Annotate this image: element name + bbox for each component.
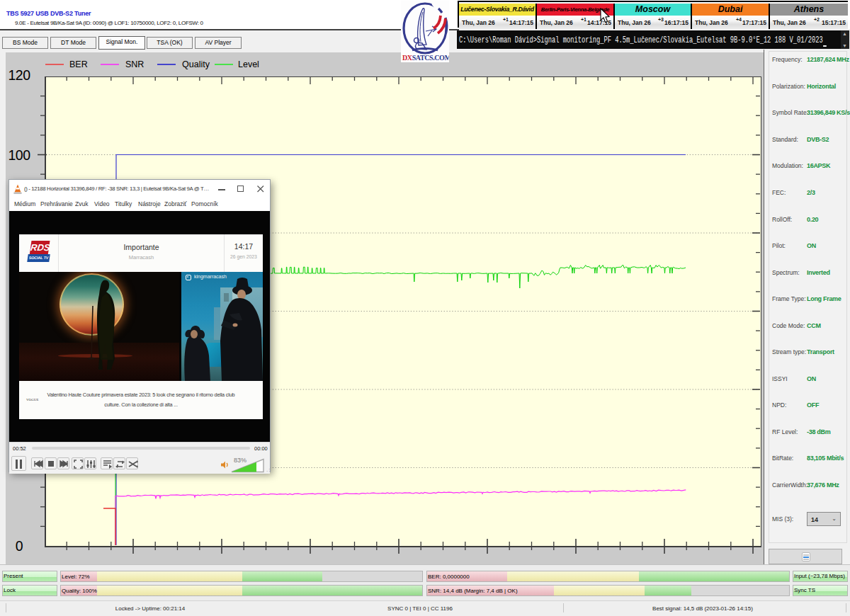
svg-text:DXSATCS.COM: DXSATCS.COM: [402, 54, 449, 62]
